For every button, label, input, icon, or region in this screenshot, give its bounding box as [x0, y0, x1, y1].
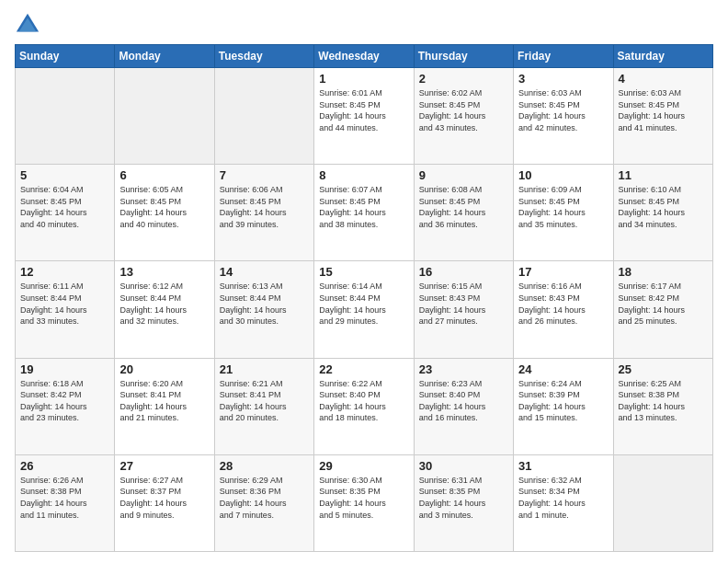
day-number: 31: [518, 459, 608, 473]
weekday-header-friday: Friday: [514, 45, 613, 68]
weekday-header-tuesday: Tuesday: [214, 45, 313, 68]
calendar-cell: [613, 454, 712, 551]
weekday-header-thursday: Thursday: [414, 45, 513, 68]
day-info: Sunrise: 6:32 AM Sunset: 8:34 PM Dayligh…: [518, 475, 608, 521]
day-number: 11: [619, 168, 708, 182]
calendar-cell: 25Sunrise: 6:25 AM Sunset: 8:38 PM Dayli…: [613, 358, 712, 454]
calendar-cell: 12Sunrise: 6:11 AM Sunset: 8:44 PM Dayli…: [16, 261, 115, 358]
calendar-cell: 1Sunrise: 6:01 AM Sunset: 8:45 PM Daylig…: [314, 68, 414, 165]
calendar-cell: 29Sunrise: 6:30 AM Sunset: 8:35 PM Dayli…: [314, 454, 414, 551]
day-number: 27: [119, 459, 209, 473]
calendar-week-3: 12Sunrise: 6:11 AM Sunset: 8:44 PM Dayli…: [16, 261, 713, 358]
calendar-cell: 22Sunrise: 6:22 AM Sunset: 8:40 PM Dayli…: [314, 358, 414, 454]
day-number: 24: [518, 362, 608, 376]
day-info: Sunrise: 6:21 AM Sunset: 8:41 PM Dayligh…: [220, 378, 309, 424]
calendar-week-4: 19Sunrise: 6:18 AM Sunset: 8:42 PM Dayli…: [16, 358, 713, 454]
day-info: Sunrise: 6:16 AM Sunset: 8:43 PM Dayligh…: [518, 281, 608, 327]
day-number: 14: [220, 265, 309, 279]
day-info: Sunrise: 6:30 AM Sunset: 8:35 PM Dayligh…: [319, 475, 408, 521]
calendar-cell: 16Sunrise: 6:15 AM Sunset: 8:43 PM Dayli…: [414, 261, 513, 358]
day-info: Sunrise: 6:24 AM Sunset: 8:39 PM Dayligh…: [518, 378, 608, 424]
day-info: Sunrise: 6:23 AM Sunset: 8:40 PM Dayligh…: [419, 378, 508, 424]
day-info: Sunrise: 6:10 AM Sunset: 8:45 PM Dayligh…: [619, 184, 708, 230]
day-info: Sunrise: 6:02 AM Sunset: 8:45 PM Dayligh…: [419, 87, 508, 133]
day-number: 5: [20, 168, 109, 182]
day-number: 21: [220, 362, 309, 376]
day-number: 18: [619, 265, 708, 279]
page: SundayMondayTuesdayWednesdayThursdayFrid…: [0, 0, 728, 563]
day-number: 3: [518, 72, 608, 86]
weekday-header-wednesday: Wednesday: [314, 45, 414, 68]
day-number: 4: [619, 72, 708, 86]
calendar-cell: 6Sunrise: 6:05 AM Sunset: 8:45 PM Daylig…: [115, 165, 214, 261]
day-info: Sunrise: 6:04 AM Sunset: 8:45 PM Dayligh…: [20, 184, 109, 230]
calendar-cell: 5Sunrise: 6:04 AM Sunset: 8:45 PM Daylig…: [16, 165, 115, 261]
day-number: 6: [119, 168, 209, 182]
day-info: Sunrise: 6:07 AM Sunset: 8:45 PM Dayligh…: [319, 184, 408, 230]
calendar-week-1: 1Sunrise: 6:01 AM Sunset: 8:45 PM Daylig…: [16, 68, 713, 165]
calendar-cell: 18Sunrise: 6:17 AM Sunset: 8:42 PM Dayli…: [613, 261, 712, 358]
calendar-body: 1Sunrise: 6:01 AM Sunset: 8:45 PM Daylig…: [16, 68, 713, 552]
calendar-cell: 30Sunrise: 6:31 AM Sunset: 8:35 PM Dayli…: [414, 454, 513, 551]
calendar-cell: 13Sunrise: 6:12 AM Sunset: 8:44 PM Dayli…: [115, 261, 214, 358]
day-info: Sunrise: 6:08 AM Sunset: 8:45 PM Dayligh…: [419, 184, 508, 230]
day-info: Sunrise: 6:26 AM Sunset: 8:38 PM Dayligh…: [20, 475, 109, 521]
calendar-week-5: 26Sunrise: 6:26 AM Sunset: 8:38 PM Dayli…: [16, 454, 713, 551]
day-number: 2: [419, 72, 508, 86]
day-info: Sunrise: 6:18 AM Sunset: 8:42 PM Dayligh…: [20, 378, 109, 424]
calendar-cell: 27Sunrise: 6:27 AM Sunset: 8:37 PM Dayli…: [115, 454, 214, 551]
day-number: 28: [220, 459, 309, 473]
calendar-cell: 20Sunrise: 6:20 AM Sunset: 8:41 PM Dayli…: [115, 358, 214, 454]
calendar-cell: [214, 68, 313, 165]
logo-icon: [15, 11, 40, 37]
day-number: 7: [220, 168, 309, 182]
day-number: 22: [319, 362, 408, 376]
day-info: Sunrise: 6:31 AM Sunset: 8:35 PM Dayligh…: [419, 475, 508, 521]
calendar-cell: 4Sunrise: 6:03 AM Sunset: 8:45 PM Daylig…: [613, 68, 712, 165]
day-info: Sunrise: 6:14 AM Sunset: 8:44 PM Dayligh…: [319, 281, 408, 327]
weekday-header-row: SundayMondayTuesdayWednesdayThursdayFrid…: [16, 45, 713, 68]
day-info: Sunrise: 6:27 AM Sunset: 8:37 PM Dayligh…: [119, 475, 209, 521]
day-number: 29: [319, 459, 408, 473]
calendar-cell: 3Sunrise: 6:03 AM Sunset: 8:45 PM Daylig…: [514, 68, 613, 165]
day-info: Sunrise: 6:01 AM Sunset: 8:45 PM Dayligh…: [319, 87, 408, 133]
day-info: Sunrise: 6:13 AM Sunset: 8:44 PM Dayligh…: [220, 281, 309, 327]
calendar-cell: 11Sunrise: 6:10 AM Sunset: 8:45 PM Dayli…: [613, 165, 712, 261]
day-info: Sunrise: 6:03 AM Sunset: 8:45 PM Dayligh…: [518, 87, 608, 133]
day-info: Sunrise: 6:15 AM Sunset: 8:43 PM Dayligh…: [419, 281, 508, 327]
day-info: Sunrise: 6:29 AM Sunset: 8:36 PM Dayligh…: [220, 475, 309, 521]
calendar-cell: 2Sunrise: 6:02 AM Sunset: 8:45 PM Daylig…: [414, 68, 513, 165]
day-number: 9: [419, 168, 508, 182]
calendar-cell: 15Sunrise: 6:14 AM Sunset: 8:44 PM Dayli…: [314, 261, 414, 358]
day-info: Sunrise: 6:05 AM Sunset: 8:45 PM Dayligh…: [119, 184, 209, 230]
day-info: Sunrise: 6:06 AM Sunset: 8:45 PM Dayligh…: [220, 184, 309, 230]
calendar-table: SundayMondayTuesdayWednesdayThursdayFrid…: [15, 44, 713, 552]
calendar-cell: 14Sunrise: 6:13 AM Sunset: 8:44 PM Dayli…: [214, 261, 313, 358]
calendar-cell: 10Sunrise: 6:09 AM Sunset: 8:45 PM Dayli…: [514, 165, 613, 261]
day-number: 25: [619, 362, 708, 376]
day-number: 19: [20, 362, 109, 376]
calendar-cell: 23Sunrise: 6:23 AM Sunset: 8:40 PM Dayli…: [414, 358, 513, 454]
day-number: 13: [119, 265, 209, 279]
day-info: Sunrise: 6:22 AM Sunset: 8:40 PM Dayligh…: [319, 378, 408, 424]
day-number: 26: [20, 459, 109, 473]
day-info: Sunrise: 6:20 AM Sunset: 8:41 PM Dayligh…: [119, 378, 209, 424]
weekday-header-sunday: Sunday: [16, 45, 115, 68]
day-number: 8: [319, 168, 408, 182]
day-info: Sunrise: 6:03 AM Sunset: 8:45 PM Dayligh…: [619, 87, 708, 133]
day-number: 1: [319, 72, 408, 86]
header: [15, 11, 713, 37]
calendar-cell: [115, 68, 214, 165]
day-number: 15: [319, 265, 408, 279]
calendar-header: SundayMondayTuesdayWednesdayThursdayFrid…: [16, 45, 713, 68]
calendar-cell: 17Sunrise: 6:16 AM Sunset: 8:43 PM Dayli…: [514, 261, 613, 358]
day-info: Sunrise: 6:12 AM Sunset: 8:44 PM Dayligh…: [119, 281, 209, 327]
calendar-cell: [16, 68, 115, 165]
logo: [15, 11, 44, 37]
day-number: 17: [518, 265, 608, 279]
weekday-header-monday: Monday: [115, 45, 214, 68]
calendar-cell: 7Sunrise: 6:06 AM Sunset: 8:45 PM Daylig…: [214, 165, 313, 261]
calendar-cell: 19Sunrise: 6:18 AM Sunset: 8:42 PM Dayli…: [16, 358, 115, 454]
calendar-cell: 24Sunrise: 6:24 AM Sunset: 8:39 PM Dayli…: [514, 358, 613, 454]
day-number: 20: [119, 362, 209, 376]
